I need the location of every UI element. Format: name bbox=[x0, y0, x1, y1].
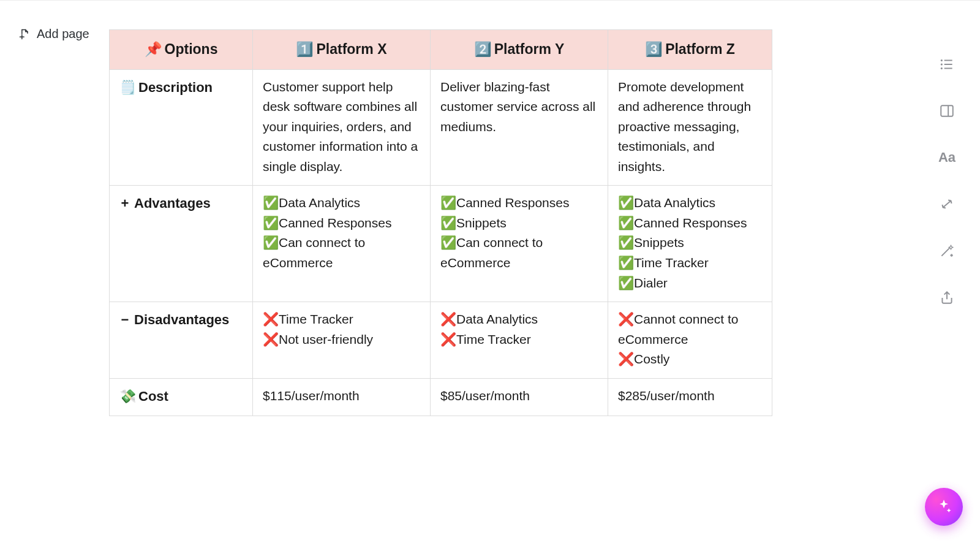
list-item: ✅Dialer bbox=[618, 273, 762, 294]
layout-icon bbox=[939, 103, 955, 119]
header-platform-x[interactable]: 1️⃣Platform X bbox=[253, 30, 431, 70]
list-item: ✅Canned Responses bbox=[440, 193, 598, 213]
cell-advantages-x[interactable]: ✅Data Analytics✅Canned Responses✅Can con… bbox=[253, 186, 431, 302]
header-platform-y-label: Platform Y bbox=[494, 41, 565, 57]
cell-advantages-z[interactable]: ✅Data Analytics✅Canned Responses✅Snippet… bbox=[608, 186, 772, 302]
list-item: ✅Data Analytics bbox=[263, 193, 420, 213]
header-platform-z[interactable]: 3️⃣Platform Z bbox=[608, 30, 772, 70]
list-item: ❌Cannot connect to eCommerce bbox=[618, 309, 762, 349]
list-item: ❌Costly bbox=[618, 349, 762, 370]
list-item: ❌Time Tracker bbox=[440, 330, 598, 350]
typography-tool[interactable]: Aa bbox=[938, 148, 956, 167]
cell-disadvantages-x[interactable]: ❌Time Tracker❌Not user-friendly bbox=[253, 302, 431, 379]
top-divider bbox=[0, 0, 980, 1]
swap-tool[interactable] bbox=[938, 195, 956, 213]
cell-description-y[interactable]: Deliver blazing-fast customer service ac… bbox=[431, 69, 608, 186]
plus-icon: + bbox=[119, 193, 130, 214]
cell-cost-x[interactable]: $115/user/month bbox=[253, 378, 431, 416]
header-options-label: Options bbox=[165, 41, 218, 57]
ai-assistant-button[interactable] bbox=[925, 488, 963, 526]
rowlabel-disadvantages-text: Disadvantages bbox=[134, 312, 229, 327]
row-disadvantages: −Disadvantages ❌Time Tracker❌Not user-fr… bbox=[110, 302, 772, 379]
rowlabel-cost-text: Cost bbox=[138, 389, 168, 404]
layout-tool[interactable] bbox=[938, 102, 956, 120]
swap-icon bbox=[939, 196, 955, 212]
row-advantages: +Advantages ✅Data Analytics✅Canned Respo… bbox=[110, 186, 772, 302]
rowlabel-description-text: Description bbox=[138, 80, 213, 95]
header-platform-x-label: Platform X bbox=[316, 41, 386, 57]
outline-icon bbox=[939, 56, 955, 72]
cell-description-z[interactable]: Promote development and adherence throug… bbox=[608, 69, 772, 186]
pin-icon: 📌 bbox=[145, 41, 162, 57]
row-cost: 💸Cost $115/user/month $85/user/month $28… bbox=[110, 378, 772, 416]
rowlabel-cost[interactable]: 💸Cost bbox=[110, 378, 253, 416]
header-options[interactable]: 📌Options bbox=[110, 30, 253, 70]
svg-rect-6 bbox=[941, 105, 953, 116]
cell-advantages-y[interactable]: ✅Canned Responses✅Snippets✅Can connect t… bbox=[431, 186, 608, 302]
three-icon: 3️⃣ bbox=[645, 41, 663, 57]
list-item: ✅Data Analytics bbox=[618, 193, 762, 213]
row-description: 🗒️Description Customer support help desk… bbox=[110, 69, 772, 186]
cell-description-x[interactable]: Customer support help desk software comb… bbox=[253, 69, 431, 186]
notepad-icon: 🗒️ bbox=[119, 80, 136, 95]
list-item: ✅Canned Responses bbox=[618, 213, 762, 234]
rowlabel-disadvantages[interactable]: −Disadvantages bbox=[110, 302, 253, 379]
list-item: ✅Canned Responses bbox=[263, 213, 420, 234]
add-page-button[interactable]: Add page bbox=[18, 27, 89, 41]
list-item: ✅Snippets bbox=[440, 213, 598, 234]
minus-icon: − bbox=[119, 309, 130, 330]
magic-tool[interactable] bbox=[938, 241, 956, 260]
add-page-label: Add page bbox=[37, 27, 89, 41]
list-item: ✅Snippets bbox=[618, 233, 762, 253]
list-item: ❌Data Analytics bbox=[440, 309, 598, 330]
outline-tool[interactable] bbox=[938, 55, 956, 74]
share-icon bbox=[939, 289, 955, 305]
rowlabel-advantages[interactable]: +Advantages bbox=[110, 186, 253, 302]
typography-icon: Aa bbox=[938, 150, 956, 165]
header-platform-y[interactable]: 2️⃣Platform Y bbox=[431, 30, 608, 70]
list-item: ✅Can connect to eCommerce bbox=[263, 233, 420, 273]
list-item: ❌Time Tracker bbox=[263, 309, 420, 330]
cell-disadvantages-y[interactable]: ❌Data Analytics❌Time Tracker bbox=[431, 302, 608, 379]
rowlabel-description[interactable]: 🗒️Description bbox=[110, 69, 253, 186]
magic-wand-icon bbox=[939, 243, 955, 259]
add-page-icon bbox=[18, 28, 31, 40]
money-icon: 💸 bbox=[119, 389, 136, 404]
one-icon: 1️⃣ bbox=[296, 41, 314, 57]
right-toolbar: Aa bbox=[932, 55, 962, 306]
rowlabel-advantages-text: Advantages bbox=[134, 196, 211, 211]
header-platform-z-label: Platform Z bbox=[665, 41, 735, 57]
cell-disadvantages-z[interactable]: ❌Cannot connect to eCommerce❌Costly bbox=[608, 302, 772, 379]
list-item: ✅Time Tracker bbox=[618, 253, 762, 273]
sparkle-icon bbox=[935, 498, 952, 515]
two-icon: 2️⃣ bbox=[474, 41, 492, 57]
share-tool[interactable] bbox=[938, 288, 956, 306]
comparison-table: 📌Options 1️⃣Platform X 2️⃣Platform Y 3️⃣… bbox=[109, 29, 772, 416]
list-item: ❌Not user-friendly bbox=[263, 330, 420, 350]
cell-cost-z[interactable]: $285/user/month bbox=[608, 378, 772, 416]
cell-cost-y[interactable]: $85/user/month bbox=[431, 378, 608, 416]
list-item: ✅Can connect to eCommerce bbox=[440, 233, 598, 273]
